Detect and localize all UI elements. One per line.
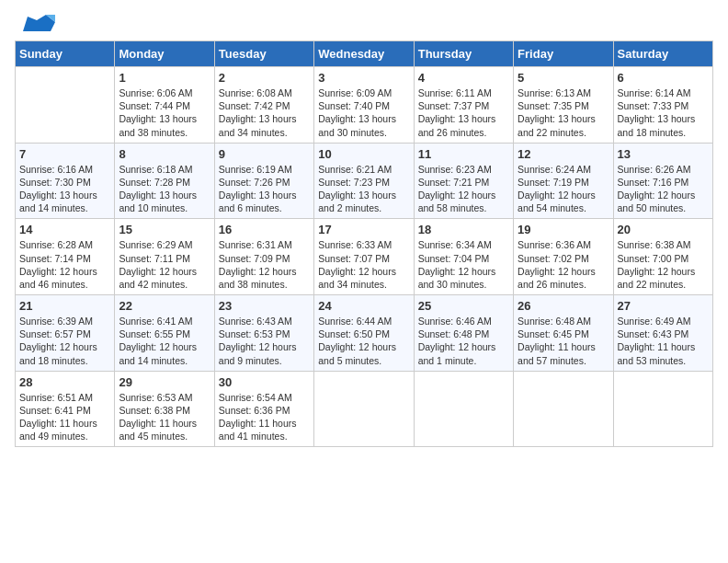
calendar-cell: 7Sunrise: 6:16 AM Sunset: 7:30 PM Daylig… xyxy=(16,143,115,219)
day-number: 3 xyxy=(318,71,409,85)
calendar-cell: 30Sunrise: 6:54 AM Sunset: 6:36 PM Dayli… xyxy=(214,371,313,447)
day-number: 18 xyxy=(418,223,509,236)
day-number: 29 xyxy=(119,375,210,389)
day-number: 12 xyxy=(518,147,609,161)
day-number: 22 xyxy=(119,299,210,313)
day-info: Sunrise: 6:08 AM Sunset: 7:42 PM Dayligh… xyxy=(219,86,310,139)
day-number: 8 xyxy=(119,147,210,161)
day-number: 16 xyxy=(219,223,310,236)
calendar-cell: 11Sunrise: 6:23 AM Sunset: 7:21 PM Dayli… xyxy=(414,143,513,219)
day-info: Sunrise: 6:24 AM Sunset: 7:19 PM Dayligh… xyxy=(518,163,609,215)
calendar-cell: 1Sunrise: 6:06 AM Sunset: 7:44 PM Daylig… xyxy=(115,67,214,144)
day-number: 17 xyxy=(318,223,409,236)
calendar-cell: 3Sunrise: 6:09 AM Sunset: 7:40 PM Daylig… xyxy=(314,67,414,144)
calendar-cell: 2Sunrise: 6:08 AM Sunset: 7:42 PM Daylig… xyxy=(214,67,313,144)
day-number: 24 xyxy=(318,299,409,313)
day-number: 6 xyxy=(618,71,709,85)
day-number: 4 xyxy=(418,71,509,85)
day-info: Sunrise: 6:23 AM Sunset: 7:21 PM Dayligh… xyxy=(418,163,509,215)
day-number: 9 xyxy=(219,147,310,161)
calendar-cell xyxy=(414,371,513,447)
day-number: 25 xyxy=(418,299,509,313)
calendar-cell: 22Sunrise: 6:41 AM Sunset: 6:55 PM Dayli… xyxy=(115,295,214,372)
calendar-cell: 9Sunrise: 6:19 AM Sunset: 7:26 PM Daylig… xyxy=(214,143,313,219)
calendar-cell: 24Sunrise: 6:44 AM Sunset: 6:50 PM Dayli… xyxy=(314,295,414,372)
calendar-cell: 23Sunrise: 6:43 AM Sunset: 6:53 PM Dayli… xyxy=(214,295,313,372)
day-number: 7 xyxy=(19,147,110,161)
day-info: Sunrise: 6:54 AM Sunset: 6:36 PM Dayligh… xyxy=(219,391,310,443)
day-info: Sunrise: 6:36 AM Sunset: 7:02 PM Dayligh… xyxy=(518,238,609,291)
day-info: Sunrise: 6:43 AM Sunset: 6:53 PM Dayligh… xyxy=(219,315,310,367)
page-header xyxy=(15,15,713,31)
day-info: Sunrise: 6:26 AM Sunset: 7:16 PM Dayligh… xyxy=(618,163,709,215)
calendar-cell: 14Sunrise: 6:28 AM Sunset: 7:14 PM Dayli… xyxy=(16,219,115,295)
calendar-cell xyxy=(514,371,613,447)
day-number: 11 xyxy=(418,147,509,161)
calendar-cell: 21Sunrise: 6:39 AM Sunset: 6:57 PM Dayli… xyxy=(16,295,115,372)
day-info: Sunrise: 6:09 AM Sunset: 7:40 PM Dayligh… xyxy=(318,86,409,139)
day-number: 30 xyxy=(219,375,310,389)
calendar-week-5: 28Sunrise: 6:51 AM Sunset: 6:41 PM Dayli… xyxy=(16,371,713,447)
day-number: 28 xyxy=(19,375,110,389)
day-info: Sunrise: 6:13 AM Sunset: 7:35 PM Dayligh… xyxy=(518,86,609,139)
col-header-friday: Friday xyxy=(514,41,613,67)
col-header-tuesday: Tuesday xyxy=(214,41,313,67)
calendar-cell: 20Sunrise: 6:38 AM Sunset: 7:00 PM Dayli… xyxy=(613,219,712,295)
day-info: Sunrise: 6:29 AM Sunset: 7:11 PM Dayligh… xyxy=(119,238,210,291)
calendar-week-2: 7Sunrise: 6:16 AM Sunset: 7:30 PM Daylig… xyxy=(16,143,713,219)
col-header-sunday: Sunday xyxy=(16,41,115,67)
day-info: Sunrise: 6:16 AM Sunset: 7:30 PM Dayligh… xyxy=(19,163,110,215)
calendar-cell: 8Sunrise: 6:18 AM Sunset: 7:28 PM Daylig… xyxy=(115,143,214,219)
day-info: Sunrise: 6:51 AM Sunset: 6:41 PM Dayligh… xyxy=(19,391,110,443)
calendar-cell: 17Sunrise: 6:33 AM Sunset: 7:07 PM Dayli… xyxy=(314,219,414,295)
day-info: Sunrise: 6:34 AM Sunset: 7:04 PM Dayligh… xyxy=(418,238,509,291)
calendar-table: SundayMondayTuesdayWednesdayThursdayFrid… xyxy=(15,40,713,447)
calendar-cell: 26Sunrise: 6:48 AM Sunset: 6:45 PM Dayli… xyxy=(514,295,613,372)
day-info: Sunrise: 6:48 AM Sunset: 6:45 PM Dayligh… xyxy=(518,315,609,367)
calendar-cell: 18Sunrise: 6:34 AM Sunset: 7:04 PM Dayli… xyxy=(414,219,513,295)
day-number: 27 xyxy=(618,299,709,313)
col-header-thursday: Thursday xyxy=(414,41,513,67)
day-number: 10 xyxy=(318,147,409,161)
logo-icon xyxy=(18,15,55,31)
day-info: Sunrise: 6:53 AM Sunset: 6:38 PM Dayligh… xyxy=(119,391,210,443)
calendar-cell: 13Sunrise: 6:26 AM Sunset: 7:16 PM Dayli… xyxy=(613,143,712,219)
day-info: Sunrise: 6:46 AM Sunset: 6:48 PM Dayligh… xyxy=(418,315,509,367)
day-info: Sunrise: 6:14 AM Sunset: 7:33 PM Dayligh… xyxy=(618,86,709,139)
calendar-cell: 16Sunrise: 6:31 AM Sunset: 7:09 PM Dayli… xyxy=(214,219,313,295)
calendar-cell xyxy=(613,371,712,447)
calendar-cell: 12Sunrise: 6:24 AM Sunset: 7:19 PM Dayli… xyxy=(514,143,613,219)
day-number: 23 xyxy=(219,299,310,313)
calendar-cell: 4Sunrise: 6:11 AM Sunset: 7:37 PM Daylig… xyxy=(414,67,513,144)
day-number: 26 xyxy=(518,299,609,313)
day-info: Sunrise: 6:19 AM Sunset: 7:26 PM Dayligh… xyxy=(219,163,310,215)
calendar-header: SundayMondayTuesdayWednesdayThursdayFrid… xyxy=(16,41,713,67)
day-number: 1 xyxy=(119,71,210,85)
day-info: Sunrise: 6:18 AM Sunset: 7:28 PM Dayligh… xyxy=(119,163,210,215)
day-number: 2 xyxy=(219,71,310,85)
day-number: 5 xyxy=(518,71,609,85)
day-info: Sunrise: 6:06 AM Sunset: 7:44 PM Dayligh… xyxy=(119,86,210,139)
calendar-cell: 29Sunrise: 6:53 AM Sunset: 6:38 PM Dayli… xyxy=(115,371,214,447)
logo xyxy=(15,15,55,31)
day-info: Sunrise: 6:11 AM Sunset: 7:37 PM Dayligh… xyxy=(418,86,509,139)
calendar-cell xyxy=(16,67,115,144)
day-number: 19 xyxy=(518,223,609,236)
day-info: Sunrise: 6:41 AM Sunset: 6:55 PM Dayligh… xyxy=(119,315,210,367)
day-info: Sunrise: 6:28 AM Sunset: 7:14 PM Dayligh… xyxy=(19,238,110,291)
day-info: Sunrise: 6:38 AM Sunset: 7:00 PM Dayligh… xyxy=(618,238,709,291)
calendar-week-4: 21Sunrise: 6:39 AM Sunset: 6:57 PM Dayli… xyxy=(16,295,713,372)
day-number: 15 xyxy=(119,223,210,236)
calendar-cell: 5Sunrise: 6:13 AM Sunset: 7:35 PM Daylig… xyxy=(514,67,613,144)
day-number: 20 xyxy=(618,223,709,236)
day-info: Sunrise: 6:31 AM Sunset: 7:09 PM Dayligh… xyxy=(219,238,310,291)
day-number: 14 xyxy=(19,223,110,236)
day-info: Sunrise: 6:21 AM Sunset: 7:23 PM Dayligh… xyxy=(318,163,409,215)
calendar-cell: 25Sunrise: 6:46 AM Sunset: 6:48 PM Dayli… xyxy=(414,295,513,372)
day-info: Sunrise: 6:49 AM Sunset: 6:43 PM Dayligh… xyxy=(618,315,709,367)
calendar-cell: 19Sunrise: 6:36 AM Sunset: 7:02 PM Dayli… xyxy=(514,219,613,295)
calendar-cell: 10Sunrise: 6:21 AM Sunset: 7:23 PM Dayli… xyxy=(314,143,414,219)
calendar-week-1: 1Sunrise: 6:06 AM Sunset: 7:44 PM Daylig… xyxy=(16,67,713,144)
day-info: Sunrise: 6:39 AM Sunset: 6:57 PM Dayligh… xyxy=(19,315,110,367)
calendar-cell xyxy=(314,371,414,447)
